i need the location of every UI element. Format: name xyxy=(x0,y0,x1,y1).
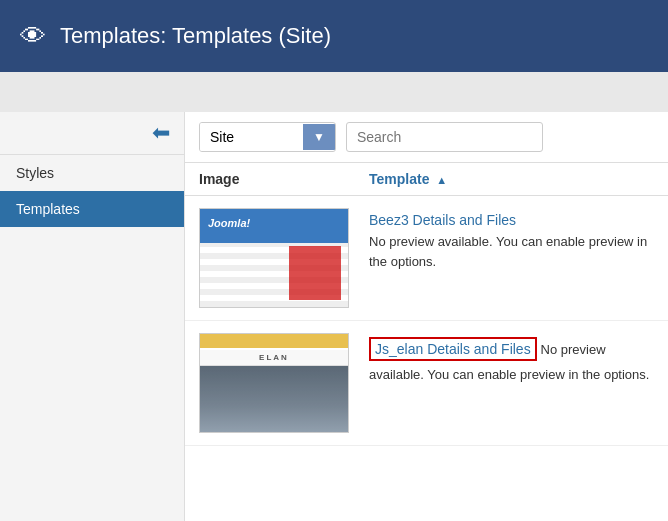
toolbar: Site Administrator ▼ xyxy=(185,112,668,163)
body-layout: ⬅ Styles Templates Site Administrator ▼ … xyxy=(0,112,668,521)
page-header: 👁 Templates: Templates (Site) xyxy=(0,0,668,72)
sidebar-item-templates[interactable]: Templates xyxy=(0,191,184,227)
elan-nav-bar: ELAN xyxy=(200,350,348,366)
elan-hero-image xyxy=(200,366,348,432)
beez3-info: Beez3 Details and Files No preview avail… xyxy=(369,208,654,271)
table-header: Image Template ▲ xyxy=(185,163,668,196)
eye-icon: 👁 xyxy=(20,21,46,52)
page-title: Templates: Templates (Site) xyxy=(60,23,331,49)
site-select-dropdown-icon[interactable]: ▼ xyxy=(303,124,335,150)
search-input[interactable] xyxy=(346,122,543,152)
elan-top-bar xyxy=(200,334,348,348)
sidebar-styles-label: Styles xyxy=(16,165,54,181)
beez3-thumbnail: Joomla! xyxy=(199,208,349,308)
sidebar-templates-label: Templates xyxy=(16,201,80,217)
beez3-logo-text: Joomla! xyxy=(208,217,250,229)
column-header-image: Image xyxy=(199,171,369,187)
subheader-bar xyxy=(0,72,668,112)
table-row: Joomla! Beez3 Details and Files No previ… xyxy=(185,196,668,321)
js-elan-link[interactable]: Js_elan Details and Files xyxy=(369,337,537,361)
js-elan-thumbnail: ELAN xyxy=(199,333,349,433)
sidebar: ⬅ Styles Templates xyxy=(0,112,185,521)
table-row: ELAN Js_elan Details and Files No previe… xyxy=(185,321,668,446)
js-elan-info: Js_elan Details and Files No preview ava… xyxy=(369,333,654,385)
column-header-template[interactable]: Template ▲ xyxy=(369,171,654,187)
site-select-wrapper: Site Administrator ▼ xyxy=(199,122,336,152)
sort-arrow-icon: ▲ xyxy=(436,174,447,186)
beez3-description: No preview available. You can enable pre… xyxy=(369,234,647,269)
main-content: Site Administrator ▼ Image Template ▲ Jo… xyxy=(185,112,668,521)
sidebar-item-styles[interactable]: Styles xyxy=(0,155,184,191)
beez3-link[interactable]: Beez3 Details and Files xyxy=(369,212,654,228)
sidebar-back-area: ⬅ xyxy=(0,112,184,155)
sidebar-back-button[interactable]: ⬅ xyxy=(152,122,170,144)
site-select[interactable]: Site Administrator xyxy=(200,123,303,151)
